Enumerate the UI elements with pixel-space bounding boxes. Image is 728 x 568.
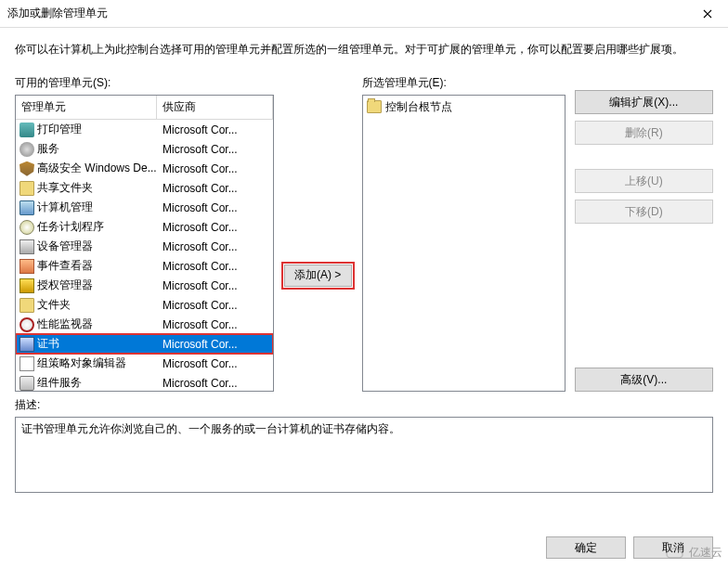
list-item[interactable]: 高级安全 Windows De...Microsoft Cor... xyxy=(16,159,273,178)
list-item[interactable]: 性能监视器Microsoft Cor... xyxy=(16,315,273,334)
snapin-vendor: Microsoft Cor... xyxy=(157,201,273,214)
list-item[interactable]: 授权管理器Microsoft Cor... xyxy=(16,276,273,295)
folder-icon xyxy=(367,100,382,113)
snapin-icon xyxy=(20,123,34,137)
remove-button: 删除(R) xyxy=(575,121,713,145)
snapin-icon xyxy=(20,142,34,157)
snapin-icon xyxy=(20,317,34,332)
edit-extensions-button[interactable]: 编辑扩展(X)... xyxy=(575,90,713,114)
list-header: 管理单元 供应商 xyxy=(16,96,273,120)
move-down-button: 下移(D) xyxy=(575,200,713,224)
snapin-icon xyxy=(20,356,34,371)
snapin-vendor: Microsoft Cor... xyxy=(157,182,273,195)
move-up-button: 上移(U) xyxy=(575,169,713,193)
snapin-icon xyxy=(20,200,34,215)
snapin-name: 证书 xyxy=(37,336,157,352)
cancel-button[interactable]: 取消 xyxy=(633,536,713,559)
list-item[interactable]: 证书Microsoft Cor... xyxy=(16,334,273,354)
list-item[interactable]: 打印管理Microsoft Cor... xyxy=(16,120,273,139)
selected-snapins-tree[interactable]: 控制台根节点 xyxy=(362,95,566,392)
snapin-name: 服务 xyxy=(37,141,157,157)
snapin-vendor: Microsoft Cor... xyxy=(157,338,273,351)
snapin-vendor: Microsoft Cor... xyxy=(157,260,273,273)
column-header-name[interactable]: 管理单元 xyxy=(16,96,157,119)
close-button[interactable] xyxy=(686,0,728,28)
list-item[interactable]: 文件夹Microsoft Cor... xyxy=(16,295,273,315)
selected-label: 所选管理单元(E): xyxy=(362,75,566,91)
titlebar: 添加或删除管理单元 xyxy=(0,0,728,28)
snapin-icon xyxy=(20,161,34,176)
snapin-name: 组件服务 xyxy=(37,375,157,391)
description-label: 描述: xyxy=(15,397,713,413)
list-item[interactable]: 事件查看器Microsoft Cor... xyxy=(16,256,273,276)
ok-button[interactable]: 确定 xyxy=(546,536,626,559)
snapin-icon xyxy=(20,278,34,293)
snapin-name: 组策略对象编辑器 xyxy=(37,355,157,371)
snapin-icon xyxy=(20,239,34,254)
snapin-name: 授权管理器 xyxy=(37,278,157,293)
column-header-vendor[interactable]: 供应商 xyxy=(157,96,273,119)
advanced-button[interactable]: 高级(V)... xyxy=(575,368,713,392)
snapin-vendor: Microsoft Cor... xyxy=(157,357,273,370)
snapin-name: 文件夹 xyxy=(37,297,157,313)
available-snapins-list[interactable]: 管理单元 供应商 打印管理Microsoft Cor...服务Microsoft… xyxy=(15,95,274,392)
snapin-icon xyxy=(20,259,34,274)
description-box: 证书管理单元允许你浏览自己的、一个服务的或一台计算机的证书存储内容。 xyxy=(15,417,713,493)
snapin-vendor: Microsoft Cor... xyxy=(157,299,273,312)
close-icon xyxy=(703,9,712,19)
snapin-name: 性能监视器 xyxy=(37,316,157,332)
list-item[interactable]: 设备管理器Microsoft Cor... xyxy=(16,237,273,256)
snapin-name: 计算机管理 xyxy=(37,200,157,215)
available-label: 可用的管理单元(S): xyxy=(15,75,274,91)
snapin-name: 设备管理器 xyxy=(37,239,157,254)
list-item[interactable]: 组策略对象编辑器Microsoft Cor... xyxy=(16,354,273,373)
snapin-name: 事件查看器 xyxy=(37,258,157,274)
list-item[interactable]: 计算机管理Microsoft Cor... xyxy=(16,198,273,217)
snapin-icon xyxy=(20,298,34,313)
list-item[interactable]: 任务计划程序Microsoft Cor... xyxy=(16,217,273,237)
tree-root-node[interactable]: 控制台根节点 xyxy=(365,97,563,116)
snapin-name: 任务计划程序 xyxy=(37,219,157,235)
list-item[interactable]: 组件服务Microsoft Cor... xyxy=(16,373,273,391)
list-item[interactable]: 服务Microsoft Cor... xyxy=(16,139,273,159)
snapin-icon xyxy=(20,376,34,391)
window-title: 添加或删除管理单元 xyxy=(7,6,108,21)
snapin-vendor: Microsoft Cor... xyxy=(157,123,273,136)
snapin-vendor: Microsoft Cor... xyxy=(157,377,273,390)
description-text: 证书管理单元允许你浏览自己的、一个服务的或一台计算机的证书存储内容。 xyxy=(21,422,400,435)
snapin-name: 高级安全 Windows De... xyxy=(37,161,157,176)
snapin-vendor: Microsoft Cor... xyxy=(157,279,273,292)
snapin-vendor: Microsoft Cor... xyxy=(157,162,273,175)
snapin-icon xyxy=(20,220,34,235)
list-item[interactable]: 共享文件夹Microsoft Cor... xyxy=(16,178,273,198)
snapin-vendor: Microsoft Cor... xyxy=(157,240,273,253)
snapin-vendor: Microsoft Cor... xyxy=(157,318,273,331)
snapin-icon xyxy=(20,337,34,352)
snapin-icon xyxy=(20,181,34,196)
snapin-name: 共享文件夹 xyxy=(37,180,157,196)
snapin-vendor: Microsoft Cor... xyxy=(157,221,273,234)
intro-text: 你可以在计算机上为此控制台选择可用的管理单元并配置所选的一组管理单元。对于可扩展… xyxy=(0,28,728,58)
snapin-name: 打印管理 xyxy=(37,122,157,137)
snapin-vendor: Microsoft Cor... xyxy=(157,143,273,156)
add-button[interactable]: 添加(A) > xyxy=(284,265,352,287)
tree-root-label: 控制台根节点 xyxy=(385,99,452,115)
